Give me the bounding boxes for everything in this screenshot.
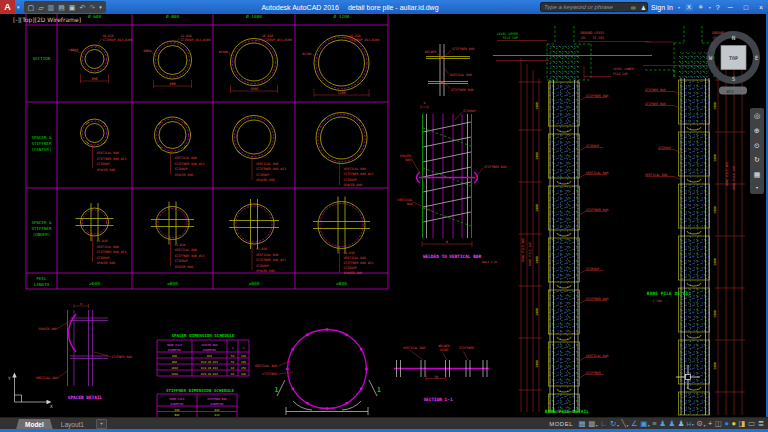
spacer-detail: d SPACER BAR STIFNER BAR VERTICAL BAR SP…: [36, 302, 132, 400]
pan-icon[interactable]: ⊕: [754, 127, 760, 134]
restore-button[interactable]: □: [741, 4, 751, 11]
viewcube[interactable]: N W E S TOP WCS ▾: [709, 34, 759, 95]
signin-caret-icon[interactable]: ▾: [678, 5, 680, 10]
tab-layout1[interactable]: Layout1: [53, 421, 92, 428]
isolate-icon[interactable]: ◫: [715, 420, 722, 428]
leader-label: STIFFNER BAR #13: [97, 157, 127, 161]
plot-icon[interactable]: ▣: [69, 4, 76, 11]
col-header: Ø 1000: [246, 14, 262, 19]
app-menu-caret-icon[interactable]: ▾: [15, 4, 22, 10]
annotation-visibility-icon[interactable]: ♟: [659, 420, 666, 428]
schedule-cell: 200: [241, 354, 246, 358]
leader-label: VERTICAL BAR: [97, 151, 119, 155]
viewcube-north[interactable]: N: [732, 34, 736, 41]
leader-label: STIFNER BAR: [645, 102, 666, 106]
a360-caret-icon[interactable]: ▾: [709, 5, 711, 10]
peel-value: ≥800: [167, 281, 178, 286]
redo-icon[interactable]: ↷: [89, 4, 95, 11]
exchange-apps-icon[interactable]: X: [685, 3, 693, 11]
open-file-icon[interactable]: ▱: [38, 4, 43, 11]
qat-menu-caret-icon[interactable]: ▾: [99, 5, 102, 10]
schedule-header: DIAMETER: [203, 348, 216, 352]
viewcube-east[interactable]: E: [755, 54, 759, 61]
dim-label: 3000: [535, 102, 539, 110]
save-icon[interactable]: ▥: [48, 4, 55, 11]
schedule-title: SPACER DIMENSION SCHEDULE: [171, 333, 235, 338]
title-bar: A ▾ ▢ ▱ ▥ ▤ ▣ ↶ ↷ ▾ Autodesk AutoCAD 201…: [0, 0, 768, 14]
leader-label: STIFFNER BAR #13: [175, 162, 205, 166]
new-layout-button[interactable]: +: [96, 419, 107, 429]
autocad-window: A ▾ ▢ ▱ ▥ ▤ ▣ ↶ ↷ ▾ Autodesk AutoCAD 201…: [0, 0, 768, 432]
sign-in-button[interactable]: Sign In: [651, 4, 673, 11]
save-as-icon[interactable]: ▤: [58, 4, 65, 11]
display-icon[interactable]: ▭: [748, 420, 755, 428]
annotation-scale-icon[interactable]: H▾: [687, 421, 694, 427]
schedule-cell: D19 OR D22: [201, 360, 218, 364]
navbar-caret-icon[interactable]: ▾: [756, 186, 758, 190]
leader-label: STIRRUP: [586, 267, 599, 271]
row-label: (UNDER): [33, 232, 51, 237]
navigation-bar: ◎ ⊕ ⊙ ↻ ▦ ▾: [750, 108, 764, 194]
under-row-details: L1-D16 VERTICAL BAR STIFFNER BAR #13 STI…: [76, 197, 374, 275]
lineweight-icon[interactable]: ≡: [652, 420, 656, 428]
workspace-switching-icon[interactable]: ⚙▾: [696, 420, 705, 428]
signin-person-icon[interactable]: ♟: [641, 4, 646, 11]
dim-label: 3000: [535, 256, 539, 264]
isolate-objects-icon[interactable]: ●: [731, 420, 736, 428]
minimize-button[interactable]: ─: [725, 4, 736, 11]
detail-caption: BORE PILE DETAIL: [545, 409, 589, 414]
dim-label: 3000: [535, 360, 539, 368]
schedule-header: DIAMETER: [168, 348, 181, 352]
viewcube-south[interactable]: S: [732, 75, 736, 82]
graphics-performance-icon[interactable]: ●: [724, 420, 729, 428]
row-label: SECTION: [33, 56, 51, 61]
undo-icon[interactable]: ↶: [79, 4, 85, 11]
autocad-logo-icon[interactable]: A: [0, 0, 15, 14]
viewcube-west[interactable]: W: [709, 54, 713, 61]
object-snap-tracking-icon[interactable]: ∠: [631, 420, 638, 428]
isometric-drafting-icon[interactable]: ╲▾: [621, 420, 628, 428]
object-snap-icon[interactable]: ▣▾: [640, 420, 650, 428]
schedule-header: BORE PILE: [167, 343, 182, 347]
level-label: PILE CAP: [613, 72, 628, 76]
dia-label: Ø600: [71, 48, 79, 52]
schedule-header: DIAMETER: [171, 402, 184, 406]
annotation-icon[interactable]: ♟: [678, 420, 685, 428]
tab-model[interactable]: Model: [16, 419, 53, 430]
ucs-x-label: X: [50, 404, 53, 409]
a360-icon[interactable]: ∗: [698, 3, 704, 11]
leader-label: VERTICAL BAR: [255, 364, 277, 368]
steering-wheel-icon[interactable]: ◎: [754, 112, 760, 119]
ortho-icon[interactable]: ∟: [600, 420, 607, 428]
leader-label: STIRRUP: [658, 146, 671, 150]
zoom-icon[interactable]: ⊙: [754, 142, 760, 149]
leader-label: STIRRUP: [256, 264, 269, 268]
showmotion-icon[interactable]: ▦: [754, 171, 761, 178]
dim-label: 3000: [713, 154, 717, 162]
close-button[interactable]: ×: [756, 4, 766, 11]
wcs-dropdown[interactable]: WCS: [726, 89, 734, 94]
orbit-icon[interactable]: ↻: [754, 156, 760, 163]
stiffner-schedule: STIFFNER DIMENSION SCHEDULE BORE PILE DI…: [157, 388, 237, 418]
schedule-cell: 60: [231, 366, 235, 370]
help-icon[interactable]: ?: [716, 4, 720, 11]
new-file-icon[interactable]: ▢: [28, 4, 35, 11]
grid-icon[interactable]: ▦: [579, 420, 586, 428]
binoculars-search-icon[interactable]: ∞: [631, 4, 636, 11]
leader-label: SPACER BAR: [256, 178, 275, 182]
level-label: LEVEL LOWER: [613, 67, 634, 71]
autoscale-icon[interactable]: ♟: [668, 420, 675, 428]
clean-screen-icon[interactable]: ◨: [739, 420, 746, 428]
dim-label: 800: [169, 82, 175, 86]
viewcube-top-face[interactable]: TOP: [729, 55, 738, 61]
polar-tracking-icon[interactable]: ↻▾: [610, 420, 619, 428]
customization-icon[interactable]: ≣: [758, 420, 764, 428]
snap-icon[interactable]: ▩▾: [588, 420, 598, 428]
viewport-controls[interactable]: [-][Top][2D Wireframe]: [13, 16, 81, 23]
drawing-canvas[interactable]: Ø 600 Ø 800 Ø 1000 Ø 1200 SECTION SPACER…: [0, 14, 768, 417]
leader-label: STIFFNER BAR: [586, 208, 608, 212]
annotation-monitor-icon[interactable]: +: [708, 420, 712, 428]
wcs-caret-icon[interactable]: ▾: [741, 89, 743, 93]
titlebar-right-cluster: ∞ ♟ Sign In ▾ X ∗ ▾ ? ─ □ ×: [631, 0, 766, 14]
model-space-label[interactable]: MODEL: [549, 421, 573, 427]
